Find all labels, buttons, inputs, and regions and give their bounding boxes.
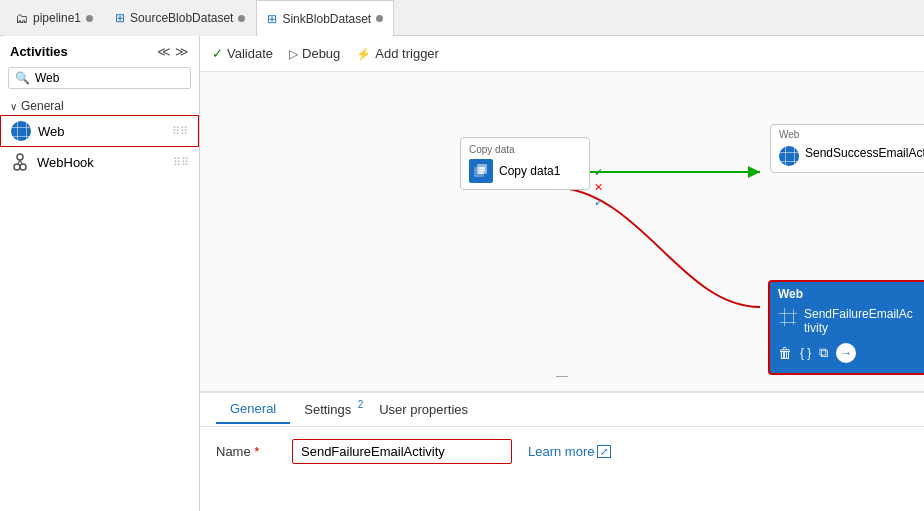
copy-data-node[interactable]: Copy data Copy data1 [460, 137, 590, 190]
pipeline-icon: 🗂 [15, 11, 28, 26]
tab-sink-dot [376, 15, 383, 22]
toolbar: ✓ Validate ▷ Debug ⚡ Add trigger [200, 36, 924, 72]
settings-badge: 2 [358, 399, 364, 410]
chevron-down-icon: ∨ [10, 101, 17, 112]
sidebar: Activities ≪ ≫ 🔍 ∨ General Web ⠿⠿ [0, 36, 200, 511]
validate-icon: ✓ [212, 46, 223, 61]
name-label: Name * [216, 444, 276, 459]
main-layout: Activities ≪ ≫ 🔍 ∨ General Web ⠿⠿ [0, 36, 924, 511]
copy-data-node-name: Copy data1 [499, 164, 560, 178]
search-icon: 🔍 [15, 71, 30, 85]
canvas-collapse-handle[interactable]: — [556, 368, 568, 383]
copy-data-node-title: Copy data [469, 144, 581, 155]
add-trigger-label: Add trigger [375, 46, 439, 61]
sidebar-item-web[interactable]: Web ⠿⠿ [0, 115, 199, 147]
web-node-success-body: SendSuccessEmailActivity [771, 142, 924, 172]
learn-more-icon: ⤢ [597, 445, 611, 458]
web-globe-icon [11, 121, 31, 141]
copy-complete-icon[interactable]: ✓ [594, 196, 603, 209]
drag-handle-web[interactable]: ⠿⠿ [172, 125, 188, 138]
tab-sink-blob[interactable]: ⊞ SinkBlobDataset [256, 0, 394, 36]
search-input[interactable] [35, 71, 184, 85]
bottom-tab-user-properties-label: User properties [379, 402, 468, 417]
copy-data-node-body: Copy data1 [469, 159, 581, 183]
svg-point-1 [20, 164, 26, 170]
failure-arrow-icon[interactable]: → [836, 343, 856, 363]
copy-data-icon [469, 159, 493, 183]
web-node-success[interactable]: Web SendSuccessEmailActivity ✓ ✕ ✓ ⤢ [770, 124, 924, 173]
validate-label: Validate [227, 46, 273, 61]
tab-source-blob[interactable]: ⊞ SourceBlobDataset [104, 0, 256, 36]
bottom-tab-user-properties[interactable]: User properties [365, 396, 482, 423]
web-node-failure-body: SendFailureEmailActivity [770, 304, 924, 339]
tab-source-dot [238, 15, 245, 22]
sidebar-item-webhook[interactable]: WebHook ⠿⠿ [0, 147, 199, 177]
category-general: ∨ General [0, 93, 199, 115]
bottom-tabs: General Settings 2 User properties [200, 393, 924, 427]
tab-source-label: SourceBlobDataset [130, 11, 233, 25]
table-icon-sink: ⊞ [267, 12, 277, 26]
sidebar-collapse-icons[interactable]: ≪ ≫ [157, 44, 189, 59]
name-input[interactable] [292, 439, 512, 464]
sidebar-header: Activities ≪ ≫ [0, 36, 199, 63]
validate-button[interactable]: ✓ Validate [212, 46, 273, 61]
search-box[interactable]: 🔍 [8, 67, 191, 89]
learn-more-label: Learn more [528, 444, 594, 459]
svg-point-2 [17, 154, 23, 160]
sidebar-item-web-label: Web [38, 124, 65, 139]
failure-code-icon[interactable]: { } [800, 346, 811, 360]
debug-icon: ▷ [289, 47, 298, 61]
web-node-success-name: SendSuccessEmailActivity [805, 146, 924, 160]
tab-pipeline1-dot [86, 15, 93, 22]
category-label-text: General [21, 99, 64, 113]
tab-pipeline1[interactable]: 🗂 pipeline1 [4, 0, 104, 36]
failure-delete-icon[interactable]: 🗑 [778, 345, 792, 361]
tab-sink-label: SinkBlobDataset [282, 12, 371, 26]
bottom-tab-settings-label: Settings [304, 402, 351, 417]
web-node-failure-globe [778, 307, 798, 327]
drag-handle-webhook[interactable]: ⠿⠿ [173, 156, 189, 169]
web-node-failure[interactable]: Web SendFailureEmailActivity 🗑 { } ⧉ → ✓… [768, 280, 924, 375]
required-star: * [254, 444, 259, 459]
tab-pipeline1-label: pipeline1 [33, 11, 81, 25]
web-node-failure-header: Web [770, 282, 924, 304]
failure-copy-icon[interactable]: ⧉ [819, 345, 828, 361]
name-label-text: Name [216, 444, 251, 459]
expand-icon[interactable]: ≫ [175, 44, 189, 59]
bottom-tab-general[interactable]: General [216, 395, 290, 424]
web-node-failure-name: SendFailureEmailActivity [804, 307, 913, 335]
collapse-icon[interactable]: ≪ [157, 44, 171, 59]
sidebar-item-webhook-label: WebHook [37, 155, 94, 170]
bottom-tab-settings[interactable]: Settings 2 [290, 396, 365, 423]
web-node-failure-actions: 🗑 { } ⧉ → [770, 339, 924, 367]
svg-point-0 [14, 164, 20, 170]
trigger-icon: ⚡ [356, 47, 371, 61]
add-trigger-button[interactable]: ⚡ Add trigger [356, 46, 439, 61]
sidebar-title: Activities [10, 44, 68, 59]
debug-label: Debug [302, 46, 340, 61]
tab-bar: 🗂 pipeline1 ⊞ SourceBlobDataset ⊞ SinkBl… [0, 0, 924, 36]
table-icon-source: ⊞ [115, 11, 125, 25]
web-node-success-header: Web [771, 125, 924, 142]
copy-fail-icon[interactable]: ✕ [594, 181, 603, 194]
copy-success-icon[interactable]: ✓ [594, 166, 603, 179]
webhook-icon [10, 152, 30, 172]
debug-button[interactable]: ▷ Debug [289, 46, 340, 61]
canvas-area: ✓ Validate ▷ Debug ⚡ Add trigger [200, 36, 924, 511]
web-node-success-globe [779, 146, 799, 166]
learn-more-link[interactable]: Learn more ⤢ [528, 444, 611, 459]
bottom-panel: General Settings 2 User properties Name … [200, 391, 924, 511]
canvas[interactable]: Copy data Copy data1 [200, 72, 924, 391]
bottom-tab-general-label: General [230, 401, 276, 416]
bottom-content: Name * Learn more ⤢ [200, 427, 924, 476]
